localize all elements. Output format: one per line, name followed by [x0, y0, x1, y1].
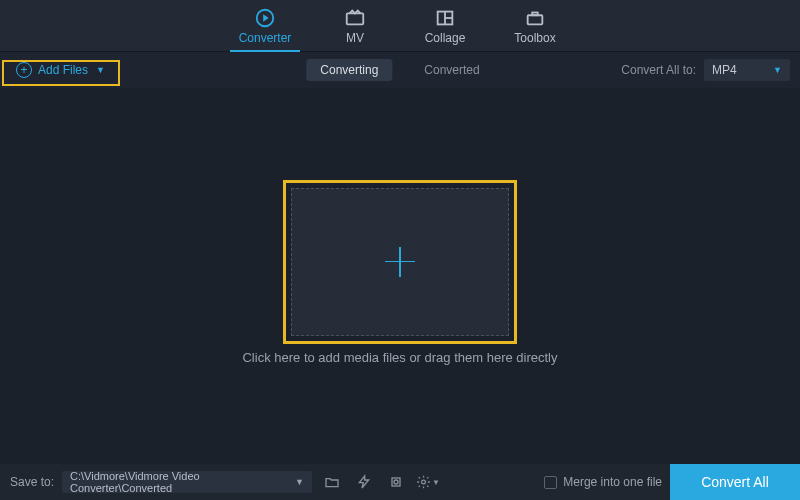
add-files-label: Add Files: [38, 63, 88, 77]
mv-icon: [344, 9, 366, 27]
save-to-label: Save to:: [10, 475, 54, 489]
svg-marker-8: [359, 476, 368, 488]
convert-all-button[interactable]: Convert All: [670, 464, 800, 500]
svg-point-10: [394, 480, 398, 484]
secondary-bar: + Add Files ▼ Converting Converted Conve…: [0, 52, 800, 88]
convert-all-label: Convert All to:: [621, 63, 696, 77]
chevron-down-icon: ▼: [295, 477, 304, 487]
tab-converted[interactable]: Converted: [410, 59, 493, 81]
svg-rect-9: [392, 478, 400, 486]
top-nav: Converter MV Collage Toolbox: [0, 0, 800, 52]
nav-collage[interactable]: Collage: [400, 9, 490, 51]
nav-mv[interactable]: MV: [310, 9, 400, 51]
bolt-icon: [356, 474, 372, 490]
nav-toolbox[interactable]: Toolbox: [490, 9, 580, 51]
settings-button[interactable]: ▼: [416, 471, 440, 493]
gpu-button[interactable]: [384, 471, 408, 493]
save-path-value: C:\Vidmore\Vidmore Video Converter\Conve…: [70, 470, 295, 494]
svg-rect-6: [528, 15, 543, 24]
nav-label: Toolbox: [514, 31, 555, 45]
nav-label: Converter: [239, 31, 292, 45]
gear-icon: [416, 474, 431, 490]
plus-circle-icon: +: [16, 62, 32, 78]
collage-icon: [434, 9, 456, 27]
merge-label: Merge into one file: [563, 475, 662, 489]
add-files-button[interactable]: + Add Files ▼: [10, 58, 115, 82]
hw-accel-button[interactable]: [352, 471, 376, 493]
main-area: Click here to add media files or drag th…: [0, 88, 800, 464]
chevron-down-icon: ▼: [773, 65, 782, 75]
status-tabs: Converting Converted: [306, 59, 493, 81]
drop-zone-text: Click here to add media files or drag th…: [242, 350, 557, 365]
convert-all-to: Convert All to: MP4 ▼: [621, 59, 790, 81]
chevron-down-icon: ▼: [96, 65, 105, 75]
svg-rect-7: [532, 13, 538, 16]
plus-icon: [385, 247, 415, 277]
svg-marker-1: [263, 14, 269, 21]
folder-icon: [324, 474, 340, 490]
drop-zone-wrap: [291, 188, 509, 336]
nav-label: MV: [346, 31, 364, 45]
nav-converter[interactable]: Converter: [220, 9, 310, 51]
format-value: MP4: [712, 63, 737, 77]
tab-converting[interactable]: Converting: [306, 59, 392, 81]
svg-rect-2: [347, 13, 364, 24]
converter-icon: [254, 9, 276, 27]
merge-option[interactable]: Merge into one file: [544, 475, 662, 489]
merge-checkbox[interactable]: [544, 476, 557, 489]
chevron-down-icon: ▼: [432, 478, 440, 487]
format-select[interactable]: MP4 ▼: [704, 59, 790, 81]
save-path-select[interactable]: C:\Vidmore\Vidmore Video Converter\Conve…: [62, 471, 312, 493]
nav-label: Collage: [425, 31, 466, 45]
toolbox-icon: [524, 9, 546, 27]
bottom-bar: Save to: C:\Vidmore\Vidmore Video Conver…: [0, 464, 800, 500]
chip-icon: [388, 474, 404, 490]
svg-point-11: [422, 480, 426, 484]
open-folder-button[interactable]: [320, 471, 344, 493]
